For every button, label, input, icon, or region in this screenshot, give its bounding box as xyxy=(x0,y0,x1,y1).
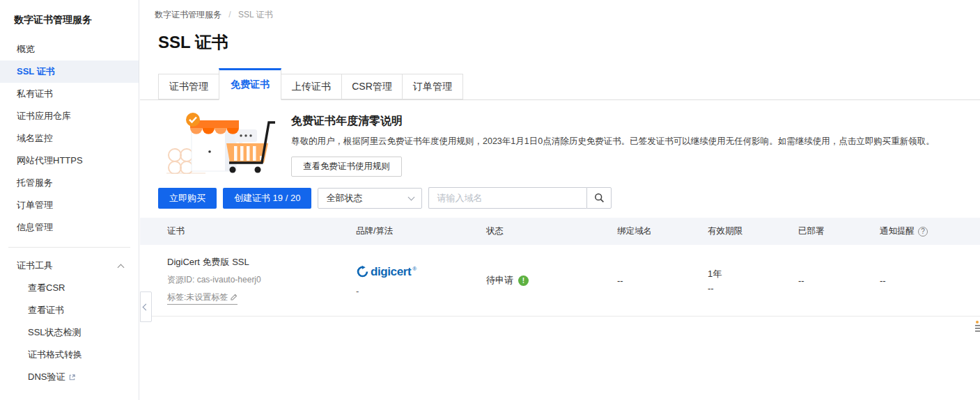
sidebar-item-cert-format-convert[interactable]: 证书格式转换 xyxy=(0,344,139,366)
sidebar-item-hosting[interactable]: 托管服务 xyxy=(0,172,139,194)
search-icon xyxy=(594,193,605,203)
sidebar-item-https-proxy[interactable]: 网站代理HTTPS xyxy=(0,150,139,172)
help-icon[interactable]: ? xyxy=(918,227,928,237)
main-content: 数字证书管理服务 / SSL 证书 SSL 证书 证书管理 免费证书 上传证书 … xyxy=(140,0,980,400)
chevron-down-icon xyxy=(408,193,415,200)
validity-cell: 1年 -- xyxy=(708,268,798,294)
digicert-logo: digicert ® xyxy=(356,265,486,279)
sidebar-item-cert-repo[interactable]: 证书应用仓库 xyxy=(0,105,139,127)
tab-cert-management[interactable]: 证书管理 xyxy=(158,74,219,99)
cert-tag-label: 标签:未设置标签 xyxy=(167,291,228,303)
domain-search xyxy=(428,187,612,209)
sidebar-item-private-cert[interactable]: 私有证书 xyxy=(0,83,139,105)
col-validity: 有效期限 xyxy=(708,225,798,237)
view-free-cert-rules-button[interactable]: 查看免费证书使用规则 xyxy=(291,157,402,177)
brand-cell: digicert ® - xyxy=(356,265,486,296)
col-deployed: 已部署 xyxy=(798,225,880,237)
certificate-table: 证书 品牌/算法 状态 绑定域名 有效期限 已部署 通知提醒 ? DigiCer… xyxy=(140,218,980,317)
validity-duration: 1年 xyxy=(708,268,798,280)
buy-now-button[interactable]: 立即购买 xyxy=(158,188,217,209)
search-button[interactable] xyxy=(586,187,612,209)
page-title: SSL 证书 xyxy=(158,31,980,54)
view-cert-label: 查看证书 xyxy=(28,299,64,321)
storefront-illustration xyxy=(165,111,279,174)
breadcrumb-current: SSL 证书 xyxy=(238,10,273,19)
sidebar-item-view-cert[interactable]: 查看证书 xyxy=(0,299,139,321)
sidebar-item-orders[interactable]: 订单管理 xyxy=(0,194,139,216)
tab-free-cert[interactable]: 免费证书 xyxy=(219,68,281,100)
col-bound-domain: 绑定域名 xyxy=(617,225,708,237)
sidebar-item-view-csr[interactable]: 查看CSR xyxy=(0,277,139,299)
breadcrumb: 数字证书管理服务 / SSL 证书 xyxy=(140,0,980,21)
dns-verify-label: DNS验证 xyxy=(28,366,65,388)
chevron-left-icon xyxy=(143,303,150,310)
deployed-cell: -- xyxy=(798,275,880,286)
cert-format-convert-label: 证书格式转换 xyxy=(28,344,82,366)
digicert-logo-icon xyxy=(356,265,369,278)
view-csr-label: 查看CSR xyxy=(28,277,65,299)
sidebar-item-info-mgmt[interactable]: 信息管理 xyxy=(0,216,139,239)
sidebar-item-dns-verify[interactable]: DNS验证 xyxy=(0,366,139,388)
notice-banner: 免费证书年度清零说明 尊敬的用户，根据阿里云免费证书年度使用规则，2023年1月… xyxy=(165,111,980,177)
tab-upload-cert[interactable]: 上传证书 xyxy=(281,74,342,99)
edge-widget-dot xyxy=(976,321,979,323)
sidebar-item-ssl-cert[interactable]: SSL 证书 xyxy=(0,61,139,83)
cert-name[interactable]: DigiCert 免费版 SSL xyxy=(167,256,356,269)
cert-cell: DigiCert 免费版 SSL 资源ID: cas-ivauto-heerj0… xyxy=(167,256,356,305)
cert-resource-id: 资源ID: cas-ivauto-heerj0 xyxy=(167,274,356,286)
chevron-up-icon xyxy=(118,264,125,271)
product-title: 数字证书管理服务 xyxy=(0,0,139,38)
sidebar: 数字证书管理服务 概览 SSL 证书 私有证书 证书应用仓库 域名监控 网站代理… xyxy=(0,0,139,400)
status-filter-select[interactable]: 全部状态 xyxy=(318,188,422,209)
breadcrumb-separator: / xyxy=(228,10,231,19)
external-link-icon xyxy=(68,374,76,381)
edge-widget-fragment[interactable] xyxy=(975,321,980,332)
sidebar-item-overview[interactable]: 概览 xyxy=(0,38,139,61)
algorithm-value: - xyxy=(356,286,486,296)
col-notification: 通知提醒 ? xyxy=(880,225,980,237)
sidebar-item-ssl-status-check[interactable]: SSL状态检测 xyxy=(0,321,139,344)
edge-widget-glyph xyxy=(975,325,980,332)
notification-cell: -- xyxy=(880,275,980,286)
status-alert-icon[interactable]: ! xyxy=(518,275,529,286)
sidebar-item-domain-monitor[interactable]: 域名监控 xyxy=(0,127,139,150)
sidebar-divider xyxy=(8,247,130,248)
banner-title: 免费证书年度清零说明 xyxy=(291,114,935,129)
cert-tag-edit[interactable]: 标签:未设置标签 xyxy=(167,291,238,305)
banner-text: 尊敬的用户，根据阿里云免费证书年度使用规则，2023年1月1日0点清除历史免费证… xyxy=(291,136,935,147)
create-cert-button[interactable]: 创建证书 19 / 20 xyxy=(223,188,311,209)
notification-header-label: 通知提醒 xyxy=(880,225,915,237)
domain-search-input[interactable] xyxy=(428,187,586,209)
bound-domain-cell: -- xyxy=(617,275,708,286)
toolbar: 立即购买 创建证书 19 / 20 全部状态 xyxy=(158,187,980,209)
digicert-wordmark: digicert xyxy=(371,265,411,279)
sidebar-collapse-button[interactable] xyxy=(140,291,152,322)
edit-pencil-icon xyxy=(230,294,238,301)
status-text: 待申请 xyxy=(486,274,513,287)
col-status: 状态 xyxy=(486,225,617,237)
status-cell: 待申请 ! xyxy=(486,274,617,287)
table-header: 证书 品牌/算法 状态 绑定域名 有效期限 已部署 通知提醒 ? xyxy=(140,218,980,245)
sidebar-section-cert-tools[interactable]: 证书工具 xyxy=(0,255,139,277)
tab-bar: 证书管理 免费证书 上传证书 CSR管理 订单管理 xyxy=(140,68,980,100)
tab-csr-management[interactable]: CSR管理 xyxy=(341,74,403,99)
col-certificate: 证书 xyxy=(167,225,356,237)
registered-mark: ® xyxy=(412,266,417,272)
col-brand-algorithm: 品牌/算法 xyxy=(356,225,486,237)
tab-order-management[interactable]: 订单管理 xyxy=(402,74,463,99)
status-filter-value: 全部状态 xyxy=(326,192,362,205)
cert-tools-label: 证书工具 xyxy=(17,255,53,277)
ssl-status-check-label: SSL状态检测 xyxy=(28,321,81,344)
validity-sub: -- xyxy=(708,283,798,294)
breadcrumb-root[interactable]: 数字证书管理服务 xyxy=(155,10,221,19)
table-row: DigiCert 免费版 SSL 资源ID: cas-ivauto-heerj0… xyxy=(140,245,980,317)
